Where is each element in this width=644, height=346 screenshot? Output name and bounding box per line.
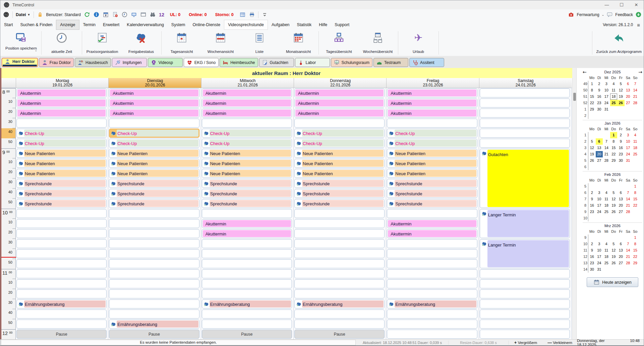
empty-slot[interactable] [202,309,292,319]
calendar-day[interactable]: 20 [617,254,625,260]
calendar-day[interactable]: 9 [617,138,625,145]
calendar-day[interactable]: 13 [596,145,603,151]
room-tab-herr-doktor[interactable]: Herr Doktor [2,58,38,67]
calendar-day[interactable]: 22 [610,151,618,157]
close-button[interactable]: ✕ [629,1,644,9]
calendar-day[interactable]: 17 [596,202,603,209]
empty-slot[interactable] [480,98,570,108]
appointment-neue-patienten[interactable]: Neue Patienten [16,169,107,178]
empty-slot[interactable] [294,269,385,278]
empty-slot[interactable] [387,259,477,268]
menu-item-start[interactable]: Start [0,20,16,30]
refresh-icon[interactable] [84,11,90,18]
appointment-pause[interactable]: Pause [16,330,107,339]
appointment-langer-termin[interactable]: Langer Termin [480,209,570,238]
appointment-neue-patienten[interactable]: Neue Patienten [387,149,477,158]
calendar-day[interactable]: 17 [625,145,632,151]
empty-slot[interactable] [294,239,385,248]
empty-slot[interactable] [16,289,107,298]
calendar-day[interactable]: 6 [617,241,625,247]
calendar-day[interactable]: 15 [610,145,618,151]
empty-slot[interactable] [109,289,199,298]
empty-slot[interactable] [387,269,477,278]
empty-slot[interactable] [294,289,385,298]
menu-item-suchen-finden[interactable]: Suchen & Finden [16,20,56,30]
appointment-akuttermin[interactable]: Akuttermin [109,88,199,97]
appointment-akuttermin[interactable]: Akuttermin [109,109,199,118]
ribbon-button-urlaub[interactable]: ✈Urlaub [399,30,438,56]
appointment-neue-patienten[interactable]: Neue Patienten [387,159,477,168]
room-tab-schulungsraum[interactable]: Schulungsraum [331,58,372,67]
calendar-day[interactable]: 19 [617,93,625,100]
empty-slot[interactable] [202,279,292,288]
calendar-day[interactable]: 11 [603,247,610,254]
appointment-ernaehrungsberatung[interactable]: Ernährungsberatung [294,299,385,308]
calendar-day[interactable]: 25 [610,100,618,106]
empty-slot[interactable] [109,269,199,278]
calendar-day[interactable]: 1 [632,234,639,241]
appointment-neue-patienten[interactable]: Neue Patienten [109,149,199,158]
calendar-day[interactable]: 3 [625,132,632,138]
calendar-day[interactable]: 2 [588,241,596,247]
calendar-day[interactable]: 10 [596,247,603,254]
printer-icon[interactable] [249,11,255,18]
appointment-neue-patienten[interactable]: Neue Patienten [109,169,199,178]
empty-slot[interactable] [480,309,570,319]
calendar-day[interactable]: 3 [603,81,610,87]
empty-slot[interactable] [480,139,570,148]
calendar-day[interactable]: 5 [610,241,618,247]
empty-slot[interactable] [109,219,199,228]
empty-slot[interactable] [202,320,292,329]
calendar-day[interactable]: 13 [617,196,625,202]
calendar-day[interactable]: 8 [588,87,596,93]
empty-slot[interactable] [16,309,107,319]
appointment-check-up[interactable]: Check-Up [294,139,385,148]
table-icon[interactable] [239,11,246,18]
empty-slot[interactable] [480,109,570,118]
appointment-akuttermin[interactable]: Akuttermin [16,98,107,108]
calendar-day[interactable]: 27 [596,157,603,164]
empty-slot[interactable] [294,119,385,128]
calendar-day[interactable]: 10 [625,138,632,145]
empty-slot[interactable] [387,209,477,218]
calendar-day[interactable]: 11 [603,196,610,202]
calendar-day[interactable]: 8 [632,190,639,196]
appointment-akuttermin[interactable]: Akuttermin [294,109,385,118]
empty-slot[interactable] [16,239,107,248]
chevron-down-icon[interactable]: ⌄ [602,13,604,16]
empty-slot[interactable] [480,269,570,278]
appointment-sprechstunde[interactable]: Sprechstunde [387,179,477,188]
appointment-akuttermin[interactable]: Akuttermin [202,109,292,118]
calendar-day[interactable]: 28 [603,157,610,164]
day-header-mittwoch[interactable]: Mittwoch21.01.2026 [201,78,294,88]
maximize-button[interactable]: ☐ [614,1,629,9]
chevron-down-icon[interactable]: ⌄ [35,49,37,52]
ribbon-button-aktuelle-zeit[interactable]: aktuelle Zeit [42,30,81,56]
minimize-button[interactable]: — [599,1,614,9]
empty-slot[interactable] [480,330,570,339]
empty-slot[interactable] [387,289,477,298]
empty-slot[interactable] [16,320,107,329]
appointment-check-up[interactable]: Check-Up [16,129,107,138]
next-month-button[interactable]: → [638,69,642,75]
calendar-day[interactable]: 5 [610,190,618,196]
calendar-day[interactable]: 18 [632,145,639,151]
menu-item-aufgaben[interactable]: Aufgaben [268,20,293,30]
calendar-day[interactable]: 21 [625,254,632,260]
calendar-day[interactable]: 23 [617,151,625,157]
calendar-day[interactable]: 31 [625,157,632,164]
appointment-check-up[interactable]: Check-Up [16,139,107,148]
calendar-day[interactable]: 1 [588,81,596,87]
room-tab-labor[interactable]: Labor [295,58,330,67]
empty-slot[interactable] [480,320,570,329]
calendar-day[interactable]: 14 [625,196,632,202]
empty-slot[interactable] [16,249,107,258]
ribbon-button-praxisorganisation[interactable]: Praxisorganisation [83,30,122,56]
document-error-icon[interactable] [112,11,118,18]
calendar-day[interactable]: 12 [588,145,596,151]
appointment-neue-patienten[interactable]: Neue Patienten [16,159,107,168]
appointment-akuttermin[interactable]: Akuttermin [387,229,477,238]
empty-slot[interactable] [387,119,477,128]
calendar-day[interactable]: 16 [588,254,596,260]
calendar-day[interactable]: 10 [603,87,610,93]
